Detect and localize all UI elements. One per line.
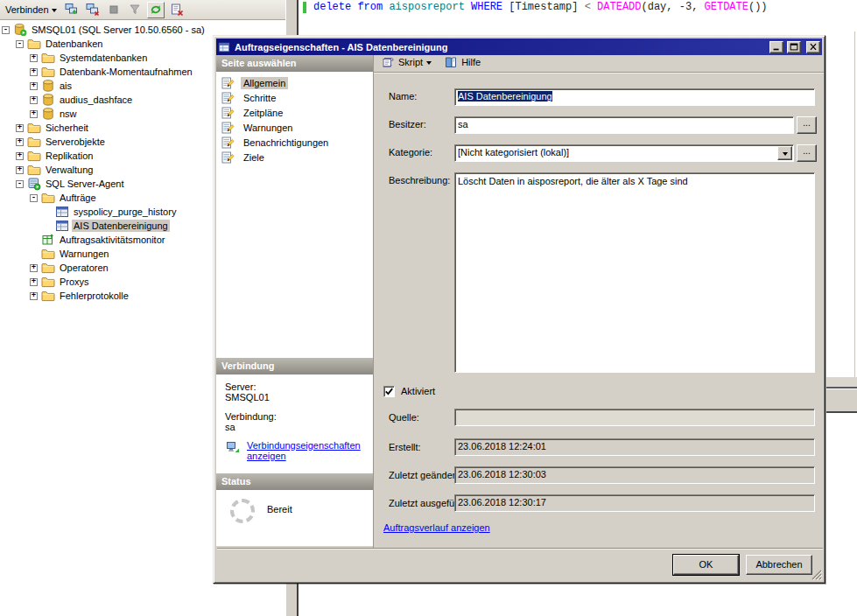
progress-spinner-icon xyxy=(230,499,255,523)
minimize-icon xyxy=(771,42,782,52)
tree-expander[interactable]: + xyxy=(30,110,38,118)
close-button[interactable] xyxy=(806,41,820,53)
help-icon xyxy=(444,55,458,69)
category-browse-button[interactable]: ... xyxy=(797,144,817,162)
tree-expander[interactable]: + xyxy=(30,96,38,104)
tree-item-label: syspolicy_purge_history xyxy=(72,206,178,218)
editor-scrollbar-strip[interactable] xyxy=(826,389,857,413)
chevron-down-icon xyxy=(52,9,57,15)
tree-expander[interactable]: + xyxy=(16,152,24,160)
page-item-zeitplaene[interactable]: Zeitpläne xyxy=(216,105,373,120)
job-history-link[interactable]: Auftragsverlauf anzeigen xyxy=(383,522,490,533)
description-label: Beschreibung: xyxy=(389,175,450,186)
tree-item-label: Datenbank-Momentaufnahmen xyxy=(58,66,194,78)
dropdown-button[interactable] xyxy=(777,146,792,160)
status-text: Bereit xyxy=(267,504,292,514)
tree-expander[interactable]: + xyxy=(16,166,24,174)
tree-item-label: Operatoren xyxy=(58,262,110,274)
tree-expander[interactable]: + xyxy=(16,124,24,132)
page-item-ziele[interactable]: Ziele xyxy=(216,150,373,164)
tree-expander[interactable]: - xyxy=(16,180,24,188)
page-list: Allgemein Schritte Zeitpläne Warnungen B… xyxy=(216,72,373,358)
folder-icon xyxy=(41,289,55,303)
tree-expander[interactable]: + xyxy=(30,292,38,300)
ok-button[interactable]: OK xyxy=(673,555,739,575)
owner-browse-button[interactable]: ... xyxy=(797,116,817,134)
script-button[interactable]: Skript xyxy=(398,57,423,67)
activity-monitor-icon xyxy=(41,233,55,247)
job-properties-dialog: Auftragseigenschaften - AIS Datenbereini… xyxy=(213,35,825,584)
connection-properties-link[interactable]: Verbindungseigenschaften anzeigen xyxy=(247,440,359,461)
page-icon xyxy=(221,136,235,150)
folder-icon xyxy=(41,191,55,205)
sql-identifier: [Timestamp] xyxy=(502,1,585,13)
refresh-icon xyxy=(149,3,163,17)
button-separator xyxy=(217,548,823,550)
folder-icon xyxy=(41,275,55,289)
database-icon xyxy=(41,107,55,121)
connect-menu-button[interactable]: Verbinden xyxy=(3,3,60,17)
sql-function: DATEADD xyxy=(597,1,641,13)
tree-expander[interactable]: - xyxy=(2,26,10,34)
editor-splitter-bar[interactable] xyxy=(826,377,857,388)
connect-server-button[interactable] xyxy=(63,2,81,18)
tree-expander[interactable]: + xyxy=(16,138,24,146)
tree-item-label: ais xyxy=(58,80,74,92)
desktop: Verbinden - SMSQL01 (SQL Server 10.50.65… xyxy=(0,0,857,616)
script-icon xyxy=(381,55,395,69)
cancel-button[interactable]: Abbrechen xyxy=(746,555,812,575)
name-value-selected: AIS Datenbereinigung xyxy=(458,91,552,102)
change-tracking-bar xyxy=(303,2,306,13)
sql-keyword: delete from xyxy=(313,1,389,13)
folder-icon xyxy=(41,65,55,79)
stop-icon xyxy=(107,3,121,17)
page-item-allgemein[interactable]: Allgemein xyxy=(216,75,373,90)
tree-expander[interactable]: - xyxy=(30,194,38,202)
enabled-label: Aktiviert xyxy=(401,386,435,396)
folder-icon xyxy=(27,149,41,163)
tree-expander[interactable]: - xyxy=(16,40,24,48)
filter-button[interactable] xyxy=(126,2,144,18)
disconnect-server-button[interactable] xyxy=(84,2,102,18)
page-icon xyxy=(221,76,235,90)
sql-keyword: WHERE xyxy=(471,1,502,13)
maximize-button[interactable] xyxy=(787,41,801,53)
database-icon xyxy=(41,93,55,107)
created-label: Erstellt: xyxy=(389,442,421,452)
description-textarea[interactable]: Löscht Daten in aisposreport, die älter … xyxy=(454,172,815,373)
tree-expander[interactable]: + xyxy=(30,278,38,286)
panel-divider xyxy=(373,55,374,548)
editor-scrollbar-edge xyxy=(854,32,855,377)
tree-item-label: Aufträge xyxy=(58,192,98,204)
resize-grip[interactable] xyxy=(810,568,822,580)
category-dropdown[interactable]: [Nicht kategorisiert (lokal)] xyxy=(454,144,794,162)
modified-field: 23.06.2018 12:30:03 xyxy=(454,466,815,484)
connection-label: Verbindung: xyxy=(225,411,364,422)
connection-header: Verbindung xyxy=(216,358,373,374)
delete-script-button[interactable] xyxy=(168,2,186,18)
filter-icon xyxy=(128,3,142,17)
created-field: 23.06.2018 12:24:01 xyxy=(454,438,815,456)
page-item-benachrichtigungen[interactable]: Benachrichtigungen xyxy=(216,135,373,150)
database-icon xyxy=(41,79,55,93)
page-item-schritte[interactable]: Schritte xyxy=(216,90,373,105)
refresh-button[interactable] xyxy=(147,2,165,18)
minimize-button[interactable] xyxy=(769,41,783,53)
page-item-warnungen[interactable]: Warnungen xyxy=(216,120,373,135)
tree-expander[interactable]: + xyxy=(30,264,38,272)
folder-icon xyxy=(41,247,55,261)
enabled-checkbox[interactable] xyxy=(383,386,395,397)
connection-box: Server: SMSQL01 Verbindung: sa Verbindun… xyxy=(216,374,373,473)
tree-expander[interactable]: + xyxy=(30,68,38,76)
connection-value: sa xyxy=(225,422,364,432)
chevron-down-icon[interactable] xyxy=(426,61,432,67)
page-icon xyxy=(221,121,235,135)
help-button[interactable]: Hilfe xyxy=(461,57,481,67)
job-icon xyxy=(55,219,69,233)
sql-server-agent-icon xyxy=(27,177,41,191)
folder-icon xyxy=(27,163,41,177)
tree-expander[interactable]: + xyxy=(30,54,38,62)
owner-input[interactable]: sa xyxy=(454,116,794,134)
tree-expander[interactable]: + xyxy=(30,82,38,90)
name-input[interactable]: AIS Datenbereinigung xyxy=(454,88,815,106)
